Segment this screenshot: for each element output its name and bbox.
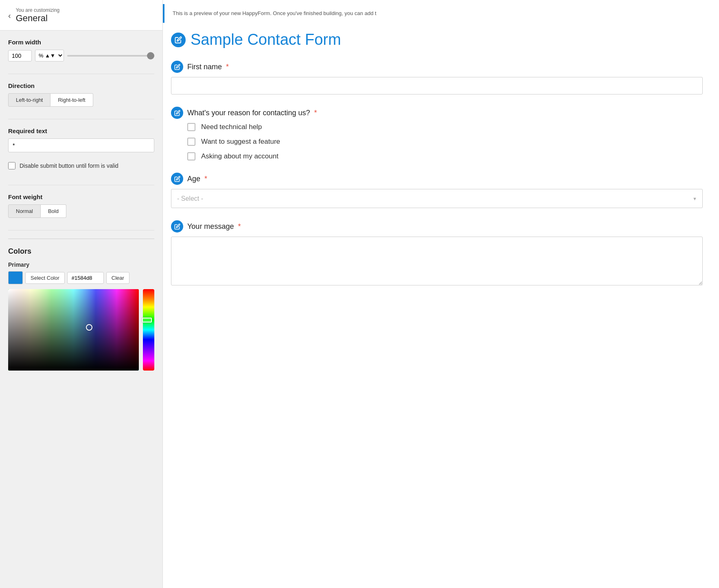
direction-button-group: Left-to-right Right-to-left [8, 93, 154, 107]
panel-title-group: You are customizing General [16, 7, 60, 24]
message-required: * [238, 222, 241, 231]
disable-submit-row: Disable submit button until form is vali… [8, 162, 154, 169]
required-text-section: Required text [8, 127, 154, 152]
checkbox-account[interactable] [187, 152, 195, 160]
form-preview: Sample Contact Form First name * [163, 23, 719, 315]
slider-container [67, 55, 154, 57]
first-name-label: First name [187, 63, 222, 71]
color-picker-canvas [8, 289, 154, 371]
form-title-row: Sample Contact Form [171, 31, 703, 48]
message-textarea[interactable] [171, 237, 703, 285]
width-input[interactable] [8, 50, 32, 61]
select-color-button[interactable]: Select Color [25, 272, 65, 284]
required-text-label: Required text [8, 127, 154, 134]
panel-header: ‹ You are customizing General [0, 0, 162, 31]
direction-section: Direction Left-to-right Right-to-left [8, 82, 154, 107]
unit-select[interactable]: % ▲▼ [35, 50, 64, 61]
right-panel: This is a preview of your new HappyForm.… [163, 0, 719, 588]
font-weight-normal-button[interactable]: Normal [8, 204, 41, 218]
hue-slider[interactable] [143, 289, 154, 371]
divider-4 [8, 230, 154, 230]
field-age: Age * - Select - [171, 173, 703, 208]
field-edit-icon-age[interactable] [171, 173, 183, 185]
left-panel: ‹ You are customizing General Form width… [0, 0, 163, 588]
primary-label: Primary [8, 261, 154, 268]
option-label-technical: Need technical help [201, 123, 262, 131]
font-weight-bold-button[interactable]: Bold [41, 204, 66, 218]
option-label-feature: Want to suggest a feature [201, 138, 280, 146]
hue-cursor [142, 318, 152, 323]
first-name-input[interactable] [171, 77, 703, 94]
panel-title: General [16, 13, 60, 24]
message-label: Your message [187, 222, 234, 231]
contact-reason-label: What's your reason for contacting us? [187, 109, 310, 117]
checkbox-option-feature: Want to suggest a feature [187, 138, 703, 146]
field-message: Your message * [171, 220, 703, 287]
preview-banner: This is a preview of your new HappyForm.… [163, 4, 711, 23]
panel-content: Form width % ▲▼ Direction Left-to-right … [0, 31, 162, 379]
checkbox-feature[interactable] [187, 138, 195, 146]
field-label-row-message: Your message * [171, 220, 703, 233]
divider-1 [8, 74, 154, 74]
age-required: * [204, 175, 207, 183]
form-width-section: Form width % ▲▼ [8, 39, 154, 61]
checkbox-technical[interactable] [187, 123, 195, 131]
field-edit-icon-contact-reason[interactable] [171, 107, 183, 119]
colors-title: Colors [8, 247, 154, 256]
option-label-account: Asking about my account [201, 152, 278, 160]
age-select-wrapper: - Select - [171, 189, 703, 208]
direction-rtl-button[interactable]: Right-to-left [50, 93, 93, 107]
color-cursor [86, 324, 92, 331]
age-label: Age [187, 175, 200, 183]
color-hex-input[interactable] [67, 272, 104, 284]
form-width-row: % ▲▼ [8, 50, 154, 61]
width-slider[interactable] [67, 55, 154, 57]
field-edit-icon-first-name[interactable] [171, 61, 183, 73]
disable-submit-section: Disable submit button until form is vali… [8, 162, 154, 173]
disable-submit-checkbox[interactable] [8, 162, 15, 169]
divider-3 [8, 185, 154, 185]
disable-submit-label: Disable submit button until form is vali… [20, 162, 118, 169]
checkbox-option-account: Asking about my account [187, 152, 703, 160]
checkbox-option-technical: Need technical help [187, 123, 703, 131]
preview-banner-text: This is a preview of your new HappyForm.… [173, 10, 376, 17]
form-title-edit-icon[interactable] [171, 33, 186, 47]
clear-color-button[interactable]: Clear [106, 272, 129, 284]
form-width-label: Form width [8, 39, 154, 46]
font-weight-button-group: Normal Bold [8, 204, 154, 218]
required-text-input[interactable] [8, 138, 154, 152]
panel-subtitle: You are customizing [16, 7, 60, 13]
field-edit-icon-message[interactable] [171, 220, 183, 233]
color-swatch[interactable] [8, 271, 23, 284]
contact-reason-required: * [314, 109, 317, 117]
direction-ltr-button[interactable]: Left-to-right [8, 93, 50, 107]
field-label-row-contact-reason: What's your reason for contacting us? * [171, 107, 703, 119]
colors-section: Colors Primary Select Color Clear [8, 239, 154, 371]
font-weight-label: Font weight [8, 193, 154, 200]
field-label-row-age: Age * [171, 173, 703, 185]
field-contact-reason: What's your reason for contacting us? * … [171, 107, 703, 160]
color-gradient[interactable] [8, 289, 139, 371]
age-select[interactable]: - Select - [171, 189, 703, 208]
form-title: Sample Contact Form [191, 31, 341, 48]
font-weight-section: Font weight Normal Bold [8, 193, 154, 218]
color-picker-row: Select Color Clear [8, 271, 154, 284]
field-first-name: First name * [171, 61, 703, 94]
direction-label: Direction [8, 82, 154, 89]
checkbox-options: Need technical help Want to suggest a fe… [187, 123, 703, 160]
back-button[interactable]: ‹ [8, 11, 11, 20]
divider-2 [8, 119, 154, 119]
first-name-required: * [226, 63, 229, 71]
field-label-row-first-name: First name * [171, 61, 703, 73]
gradient-canvas[interactable] [8, 289, 139, 371]
